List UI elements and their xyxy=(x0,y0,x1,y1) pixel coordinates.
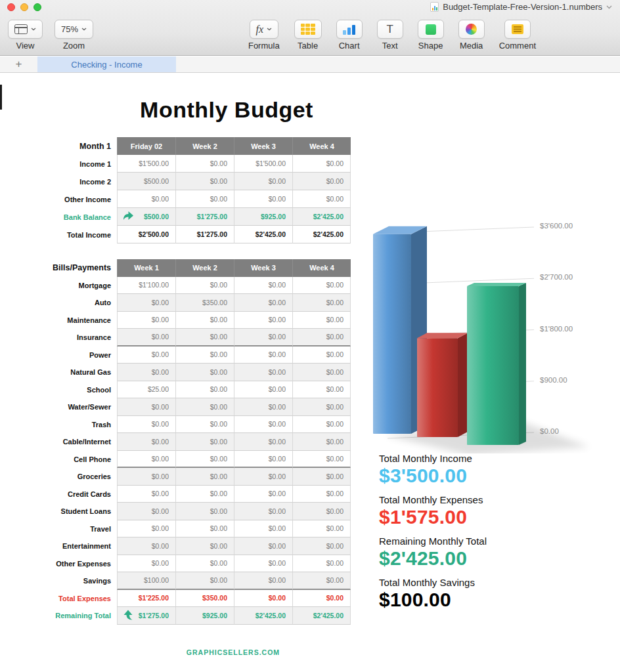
cell[interactable]: $0.00 xyxy=(117,416,175,434)
cell[interactable]: $0.00 xyxy=(292,155,351,173)
column-header[interactable]: Week 1 xyxy=(117,259,175,277)
cell[interactable]: $0.00 xyxy=(175,555,234,573)
cell[interactable]: $0.00 xyxy=(292,381,351,399)
cell[interactable]: $0.00 xyxy=(292,486,351,503)
cell[interactable]: $0.00 xyxy=(234,294,292,312)
row-label[interactable]: Savings xyxy=(0,572,117,590)
row-label[interactable]: Mortgage xyxy=(0,277,117,295)
row-label[interactable]: Other Expenses xyxy=(0,555,117,573)
column-header[interactable]: Week 4 xyxy=(292,259,351,277)
cell[interactable]: $0.00 xyxy=(292,277,351,295)
row-label[interactable]: Travel xyxy=(0,520,117,538)
cell[interactable]: $0.00 xyxy=(234,364,292,381)
cell[interactable]: $0.00 xyxy=(234,416,292,434)
cell[interactable]: $0.00 xyxy=(175,416,234,434)
row-label[interactable]: Auto xyxy=(0,294,117,312)
cell[interactable]: $1'500.00 xyxy=(234,155,292,173)
cell[interactable]: $0.00 xyxy=(234,572,292,590)
cell[interactable]: $2'425.00 xyxy=(234,226,292,243)
cell[interactable]: $0.00 xyxy=(117,468,175,486)
tab-checking-income[interactable]: Checking - Income xyxy=(37,56,176,72)
cell[interactable]: $0.00 xyxy=(292,433,351,451)
cell[interactable]: $0.00 xyxy=(292,329,351,346)
comment-button[interactable]: Comment xyxy=(499,20,536,51)
summary-item[interactable]: Total Monthly Savings $100.00 xyxy=(379,577,487,611)
row-label[interactable]: Credit Cards xyxy=(0,486,117,503)
cell[interactable]: $0.00 xyxy=(292,190,351,208)
cell[interactable]: $0.00 xyxy=(175,433,234,451)
row-label[interactable]: School xyxy=(0,381,117,399)
cell[interactable]: $2'425.00 xyxy=(234,607,292,625)
cell[interactable]: $0.00 xyxy=(234,173,292,190)
text-button[interactable]: T Text xyxy=(377,20,403,51)
chart-button[interactable]: Chart xyxy=(336,20,363,51)
page-title[interactable]: Monthly Budget xyxy=(79,97,374,123)
cell[interactable]: $0.00 xyxy=(234,312,292,329)
row-label[interactable]: Total Expenses xyxy=(0,590,117,608)
row-label[interactable]: Cable/Internet xyxy=(0,433,117,451)
column-header[interactable]: Week 4 xyxy=(292,137,351,155)
summary-item[interactable]: Remaining Monthly Total $2'425.00 xyxy=(379,536,487,570)
row-label[interactable]: Groceries xyxy=(0,468,117,486)
row-label[interactable]: Insurance xyxy=(0,329,117,346)
cell[interactable]: $0.00 xyxy=(292,416,351,434)
row-label[interactable]: Income 2 xyxy=(0,173,117,190)
chart-bar-1[interactable] xyxy=(417,333,468,437)
row-label[interactable]: Cell Phone xyxy=(0,451,117,469)
cell[interactable]: $0.00 xyxy=(292,398,351,416)
close-button[interactable] xyxy=(7,3,15,11)
cell[interactable]: $0.00 xyxy=(117,537,175,555)
cell[interactable]: $500.00 xyxy=(117,173,175,190)
cell[interactable]: $0.00 xyxy=(117,555,175,573)
cell[interactable]: $0.00 xyxy=(175,312,234,329)
window-title[interactable]: Budget-Template-Free-Version-1.numbers xyxy=(430,2,612,12)
cell[interactable]: $0.00 xyxy=(234,520,292,538)
cell[interactable]: $0.00 xyxy=(175,572,234,590)
cell[interactable]: $0.00 xyxy=(234,555,292,573)
cell[interactable]: $0.00 xyxy=(292,537,351,555)
cell[interactable]: $0.00 xyxy=(117,486,175,503)
view-button[interactable]: View xyxy=(8,20,43,51)
cell[interactable]: $0.00 xyxy=(175,277,234,295)
cell[interactable]: $0.00 xyxy=(175,468,234,486)
cell[interactable]: $0.00 xyxy=(175,398,234,416)
cell[interactable]: $0.00 xyxy=(175,520,234,538)
cell[interactable]: $0.00 xyxy=(292,555,351,573)
row-label[interactable]: Trash xyxy=(0,416,117,434)
cell[interactable]: $0.00 xyxy=(234,398,292,416)
cell[interactable]: $0.00 xyxy=(292,520,351,538)
cell[interactable]: $350.00 xyxy=(175,590,234,608)
cell[interactable]: $1'275.00 xyxy=(175,208,234,226)
cell[interactable]: $2'425.00 xyxy=(292,226,351,243)
cell[interactable]: $0.00 xyxy=(292,451,351,469)
cell[interactable]: $1'500.00 xyxy=(117,155,175,173)
cell[interactable]: $0.00 xyxy=(175,503,234,520)
cell[interactable]: $0.00 xyxy=(292,312,351,329)
cell[interactable]: $0.00 xyxy=(175,364,234,381)
chart-bar-2[interactable] xyxy=(467,283,526,445)
row-label[interactable]: Power xyxy=(0,346,117,364)
cell[interactable]: $2'425.00 xyxy=(292,208,351,226)
zoom-window-button[interactable] xyxy=(33,3,41,11)
cell[interactable]: $0.00 xyxy=(234,503,292,520)
cell[interactable]: $0.00 xyxy=(234,277,292,295)
cell[interactable]: $0.00 xyxy=(117,190,175,208)
cell[interactable]: $0.00 xyxy=(117,329,175,346)
row-label[interactable]: Total Income xyxy=(0,226,117,243)
cell[interactable]: $0.00 xyxy=(175,537,234,555)
cell[interactable]: $0.00 xyxy=(175,155,234,173)
cell[interactable]: $350.00 xyxy=(175,294,234,312)
cell[interactable]: $1'225.00 xyxy=(117,590,175,608)
cell[interactable]: $0.00 xyxy=(117,364,175,381)
cell[interactable]: $0.00 xyxy=(175,190,234,208)
cell[interactable]: $0.00 xyxy=(292,364,351,381)
shape-button[interactable]: Shape xyxy=(418,20,444,51)
column-header[interactable]: Week 3 xyxy=(234,259,292,277)
cell[interactable]: $0.00 xyxy=(117,451,175,469)
cell[interactable]: $2'425.00 xyxy=(292,607,351,625)
cell[interactable]: $0.00 xyxy=(292,294,351,312)
cell[interactable]: $25.00 xyxy=(117,381,175,399)
cell[interactable]: $0.00 xyxy=(117,294,175,312)
cell[interactable]: $0.00 xyxy=(292,590,351,608)
cell[interactable]: $0.00 xyxy=(234,346,292,364)
